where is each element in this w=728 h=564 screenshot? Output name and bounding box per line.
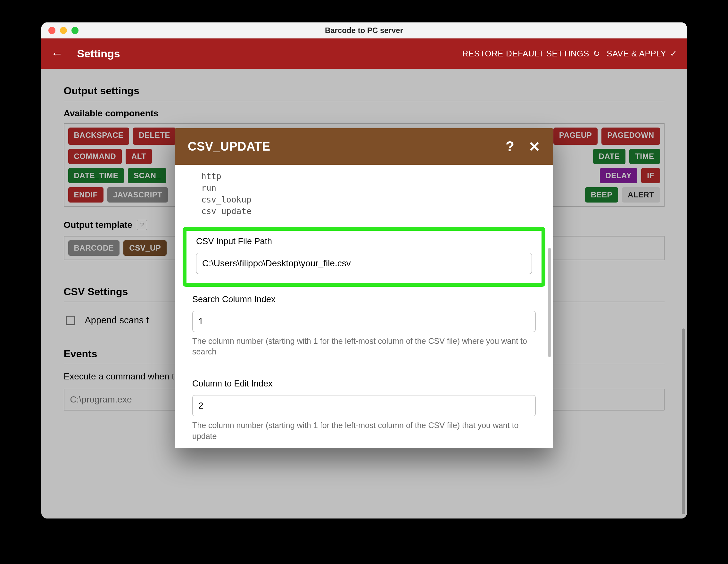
code-line: csv_lookup: [201, 194, 536, 205]
zoom-window-button[interactable]: [71, 27, 79, 34]
search-column-label: Search Column Index: [192, 294, 536, 304]
code-line: run: [201, 182, 536, 194]
app-header: ← Settings RESTORE DEFAULT SETTINGS ↻ SA…: [41, 38, 687, 69]
page-title: Settings: [77, 47, 120, 60]
modal-close-icon[interactable]: ✕: [528, 138, 540, 155]
edit-column-group: Column to Edit Index The column number (…: [192, 379, 536, 442]
csv-path-label: CSV Input File Path: [196, 236, 532, 246]
minimize-window-button[interactable]: [60, 27, 67, 34]
refresh-icon: ↻: [593, 49, 600, 59]
code-line: csv_update: [201, 205, 536, 217]
modal-title: CSV_UPDATE: [188, 140, 270, 153]
code-line: http: [201, 170, 536, 182]
save-apply-button[interactable]: SAVE & APPLY ✓: [607, 49, 677, 59]
search-column-group: Search Column Index The column number (s…: [192, 294, 536, 358]
edit-column-help: The column number (starting with 1 for t…: [192, 420, 536, 442]
macos-titlebar: Barcode to PC server: [41, 22, 687, 38]
window-controls: [48, 27, 79, 34]
edit-column-input[interactable]: [192, 395, 536, 416]
save-apply-label: SAVE & APPLY: [607, 49, 666, 59]
modal-scrollbar[interactable]: [548, 248, 551, 357]
back-arrow-icon[interactable]: ←: [51, 47, 63, 61]
window-title: Barcode to PC server: [41, 26, 687, 35]
search-column-help: The column number (starting with 1 for t…: [192, 336, 536, 358]
restore-label: RESTORE DEFAULT SETTINGS: [462, 49, 589, 59]
search-column-input[interactable]: [192, 311, 536, 332]
restore-defaults-button[interactable]: RESTORE DEFAULT SETTINGS ↻: [462, 49, 600, 59]
csv-update-modal: CSV_UPDATE ? ✕ http run csv_lookup csv_u…: [175, 128, 553, 448]
close-window-button[interactable]: [48, 27, 55, 34]
csv-path-highlight: CSV Input File Path: [183, 227, 545, 287]
modal-header: CSV_UPDATE ? ✕: [175, 128, 553, 165]
modal-code-snippet: http run csv_lookup csv_update: [192, 170, 536, 217]
modal-help-icon[interactable]: ?: [506, 138, 514, 154]
edit-column-label: Column to Edit Index: [192, 379, 536, 389]
check-icon: ✓: [670, 49, 677, 59]
app-window: Barcode to PC server ← Settings RESTORE …: [41, 22, 687, 518]
csv-path-input[interactable]: [196, 253, 532, 274]
modal-body: http run csv_lookup csv_update CSV Input…: [175, 165, 553, 448]
